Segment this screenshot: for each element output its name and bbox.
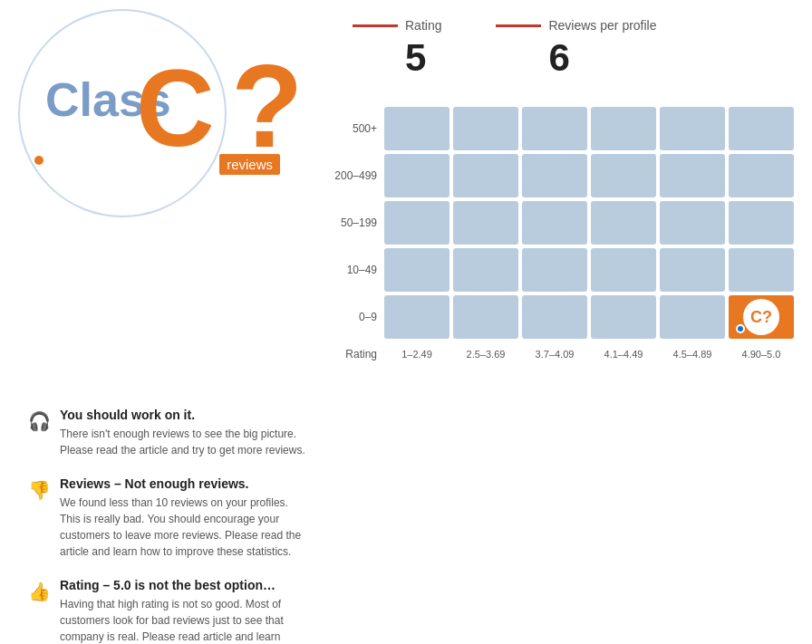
grid-row: 0–9C? [334, 295, 794, 339]
orange-dot [34, 156, 44, 165]
red-line-rating [353, 24, 398, 27]
x-axis-row: Rating 1–2.492.5–3.693.7–4.094.1–4.494.5… [334, 348, 794, 360]
grid-cell [591, 295, 656, 339]
grid-cell [384, 248, 450, 292]
grid-cell [522, 248, 587, 292]
grid-cell [384, 201, 450, 245]
grid-cell [660, 248, 725, 292]
question-mark: ? [231, 38, 303, 174]
grid-cell [591, 201, 656, 245]
grid-cell [660, 295, 725, 339]
item-desc-1: We found less than 10 reviews on your pr… [60, 495, 307, 560]
item-desc-2: Having that high rating is not so good. … [60, 596, 307, 644]
grid-row: 500+ [334, 107, 794, 150]
items-list: 🎧 You should work on it. There isn't eno… [18, 408, 307, 644]
grid-row: 50–199 [334, 201, 794, 245]
item-desc-0: There isn't enough reviews to see the bi… [60, 426, 307, 458]
x-axis-label: 4.1–4.49 [591, 349, 656, 360]
grid-cell [453, 295, 518, 339]
rating-value: 5 [405, 36, 426, 80]
grid-cell [384, 295, 450, 339]
grid-cell [522, 295, 587, 339]
grid-row-label: 500+ [334, 122, 384, 135]
right-panel: Rating 5 Reviews per profile 6 500+200–4… [325, 0, 812, 644]
grid-row-label: 200–499 [334, 169, 384, 182]
grid-cell [729, 154, 794, 197]
left-panel: Class C ? reviews 🎧 You should work on i… [0, 0, 325, 644]
grid-cell [729, 107, 794, 150]
thumbdown-icon: 👎 [27, 478, 51, 502]
grid-cell [453, 201, 518, 245]
grid-cell [522, 107, 587, 150]
item-title-1: Reviews – Not enough reviews. [60, 476, 307, 491]
x-axis-label: 4.5–4.89 [660, 349, 725, 360]
list-item-rating-not-best: 👍 Rating – 5.0 is not the best option… H… [27, 578, 307, 644]
reviews-per-profile-stat: Reviews per profile 6 [496, 18, 656, 80]
grid-cell: C? [729, 295, 794, 339]
headphone-icon: 🎧 [27, 409, 51, 433]
grid-cell [384, 107, 450, 150]
grid-cell [660, 201, 725, 245]
grid-cell [522, 154, 587, 197]
x-axis-title: Rating [334, 348, 384, 360]
class-header: Class C ? reviews [18, 18, 307, 208]
grid-row-label: 50–199 [334, 216, 384, 229]
x-axis-labels: 1–2.492.5–3.693.7–4.094.1–4.494.5–4.894.… [384, 349, 794, 360]
rating-grid: 500+200–49950–19910–490–9C? [334, 107, 794, 342]
list-item-work-on-it: 🎧 You should work on it. There isn't eno… [27, 408, 307, 458]
red-line-reviews [496, 24, 541, 27]
x-axis-label: 3.7–4.09 [522, 349, 587, 360]
grid-row-label: 10–49 [334, 264, 384, 276]
grid-cell [591, 107, 656, 150]
x-axis-label: 1–2.49 [384, 349, 450, 360]
reviews-per-profile-value: 6 [548, 36, 569, 80]
item-title-0: You should work on it. [60, 408, 307, 422]
grid-cell [384, 154, 450, 197]
grid-cell [522, 201, 587, 245]
grid-cell [729, 248, 794, 292]
grid-cell [660, 107, 725, 150]
grid-cell [660, 154, 725, 197]
grid-cell [591, 248, 656, 292]
stats-row: Rating 5 Reviews per profile 6 [334, 18, 794, 80]
grid-cell [453, 154, 518, 197]
grid-cell [453, 107, 518, 150]
grid-cell [729, 201, 794, 245]
grid-cell [453, 248, 518, 292]
grid-row: 200–499 [334, 154, 794, 197]
grid-row: 10–49 [334, 248, 794, 292]
rating-stat: Rating 5 [353, 18, 441, 80]
item-title-2: Rating – 5.0 is not the best option… [60, 578, 307, 592]
reviews-per-profile-label: Reviews per profile [548, 18, 656, 33]
thumbup-icon: 👍 [27, 580, 51, 603]
x-axis-label: 2.5–3.69 [453, 349, 518, 360]
grid-row-label: 0–9 [334, 311, 384, 323]
x-axis-label: 4.90–5.0 [729, 349, 794, 360]
list-item-not-enough-reviews: 👎 Reviews – Not enough reviews. We found… [27, 476, 307, 560]
rating-label: Rating [405, 18, 441, 33]
grid-cell [591, 154, 656, 197]
class-letter: C [136, 45, 215, 170]
